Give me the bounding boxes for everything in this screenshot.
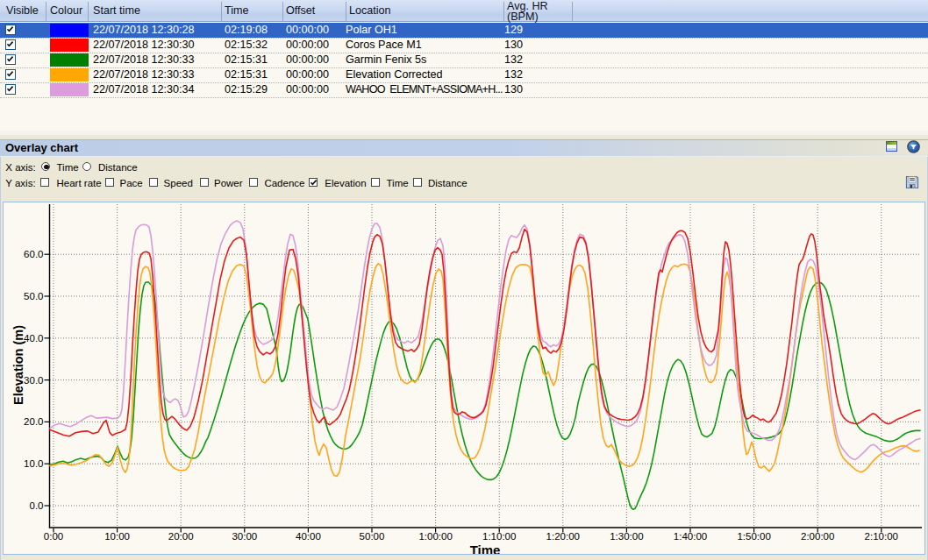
svg-text:50:00: 50:00 bbox=[360, 531, 385, 542]
svg-text:Time: Time bbox=[470, 542, 501, 555]
svg-text:10:00: 10:00 bbox=[104, 531, 130, 542]
svg-text:30.0: 30.0 bbox=[24, 375, 43, 386]
svg-text:2:00:00: 2:00:00 bbox=[801, 531, 834, 542]
svg-text:20.0: 20.0 bbox=[24, 416, 43, 427]
svg-text:20:00: 20:00 bbox=[168, 531, 194, 542]
svg-text:50.0: 50.0 bbox=[24, 291, 43, 301]
svg-text:60.0: 60.0 bbox=[24, 249, 43, 259]
svg-text:0.0: 0.0 bbox=[30, 500, 44, 511]
svg-text:1:10:00: 1:10:00 bbox=[482, 531, 516, 542]
svg-text:0:00: 0:00 bbox=[44, 531, 63, 542]
svg-text:Elevation (m): Elevation (m) bbox=[11, 325, 25, 405]
svg-text:30:00: 30:00 bbox=[232, 531, 257, 542]
svg-text:1:50:00: 1:50:00 bbox=[737, 531, 770, 542]
svg-text:1:00:00: 1:00:00 bbox=[418, 531, 452, 542]
svg-text:10.0: 10.0 bbox=[24, 458, 43, 469]
svg-text:1:20:00: 1:20:00 bbox=[546, 531, 580, 542]
svg-text:2:10:00: 2:10:00 bbox=[865, 531, 898, 542]
svg-text:1:40:00: 1:40:00 bbox=[674, 531, 707, 542]
svg-text:40.0: 40.0 bbox=[24, 333, 43, 344]
svg-text:1:30:00: 1:30:00 bbox=[610, 531, 643, 542]
svg-text:40:00: 40:00 bbox=[296, 531, 321, 542]
